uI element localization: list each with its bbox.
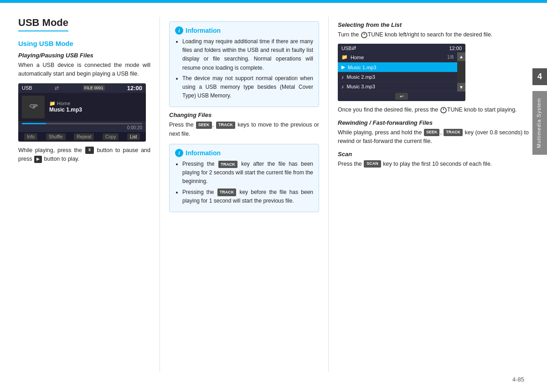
play-icon-1: ▶ [341,64,345,70]
info-box-1-item-1: Loading may require additional time if t… [182,37,313,72]
selecting-text: Turn the TUNE knob left/right to search … [338,31,529,39]
info-box-1: i Information Loading may require additi… [169,21,319,107]
right-column: Selecting from the List Turn the TUNE kn… [328,17,529,372]
usb-screen-mockup: USB ⇄ FILE 0001 12:00 🖙 📁 Home Music 1.m… [18,83,146,142]
list-usb-label: USB [341,46,352,51]
usb-track-info: 📁 Home Music 1.mp3 [49,96,82,118]
selecting-text-2: Once you find the desired file, press th… [338,106,529,114]
chapter-number: 4 [532,68,547,85]
track-btn-inline-2: TRACK [217,188,237,196]
list-item-3[interactable]: ♪ Music 3.mp3 [338,82,457,92]
playing-pausing-title: Playing/Pausing USB Files [18,52,150,59]
scan-text: Press the SCAN key to play the first 10 … [338,160,529,168]
pause-button-icon: ⏸ [85,147,94,154]
list-home-row: 📁 Home 1/8 [338,52,457,62]
list-item-3-name: Music 3.mp3 [347,84,454,89]
progress-line [22,123,142,124]
scroll-controls: ▲ ▼ [457,52,465,92]
note-icon-3: ♪ [341,84,344,89]
info-box-1-list: Loading may require additional time if t… [175,37,313,100]
list-item-2[interactable]: ♪ Music 2.mp3 [338,72,457,82]
list-footer: ↩ [338,92,465,101]
scan-title: Scan [338,151,529,158]
usb-label: USB [22,85,32,91]
selecting-title: Selecting from the List [338,21,529,28]
list-home-num: 1/8 [447,55,454,60]
track-btn-rewind: TRACK [444,129,463,136]
usb-list-screen: USB ⇄ 12:00 📁 Home 1/8 ▶ Music 1.mp3 [338,44,465,101]
changing-files-title: Changing Files [169,112,319,118]
middle-column: i Information Loading may require additi… [160,17,328,372]
seek-button: SEEK [196,122,212,129]
usb-progress-bar: 0:00:20 [18,121,146,132]
list-usb-icon: ⇄ [352,45,356,51]
list-header: USB ⇄ 12:00 [338,44,465,52]
changing-files-text: Press the SEEK, TRACK keys to move to th… [169,121,319,138]
list-item-2-name: Music 2.mp3 [347,74,454,80]
info-icon-1: i [175,26,183,35]
list-home-name: Home [351,55,444,60]
usb-thumbnail: 🖙 [22,96,45,118]
playing-pausing-text: When a USB device is connected the mode … [18,61,150,79]
note-icon-2: ♪ [341,74,344,80]
scan-button: SCAN [364,160,381,168]
info-icon-2: i [175,149,183,157]
pause-text-after: button to play. [44,156,80,162]
usb-ctrl-info[interactable]: Info [24,133,37,140]
tune-knob-icon [361,32,367,38]
pause-text-before: While playing, press the [18,147,82,153]
usb-screen-header: USB ⇄ FILE 0001 12:00 [18,83,146,93]
usb-drive-icon: 🖙 [28,101,38,113]
rewinding-title: Rewinding / Fast-forwarding Files [338,119,529,126]
info-box-2-item-1: Pressing the TRACK key after the file ha… [182,160,313,186]
chapter-tab-label: Multimedia System [532,91,547,155]
folder-icon: 📁 [49,101,56,106]
list-content-area: 📁 Home 1/8 ▶ Music 1.mp3 ♪ Music 2.mp3 ♪ [338,52,465,92]
usb-icon: ⇄ [55,85,59,91]
info-box-1-item-2: The device may not support normal operat… [182,74,313,101]
track-btn-inline-1: TRACK [218,161,237,168]
folder-icon: 📁 [341,54,348,60]
usb-ctrl-copy[interactable]: Copy [103,133,119,140]
list-item-1[interactable]: ▶ Music 1.mp3 [338,62,457,72]
info-box-2-title: i Information [175,149,313,157]
screen-time: 12:00 [127,85,142,92]
left-column: USB Mode Using USB Mode Playing/Pausing … [18,17,160,372]
usb-ctrl-list[interactable]: List [127,133,140,140]
usb-controls-bar: Info Shuffle Repeat Copy List [18,132,146,142]
list-back-button[interactable]: ↩ [395,93,408,100]
info-box-2-item-2: Pressing the TRACK key before the file h… [182,188,313,205]
list-items: 📁 Home 1/8 ▶ Music 1.mp3 ♪ Music 2.mp3 ♪ [338,52,457,92]
usb-ctrl-repeat[interactable]: Repeat [74,133,94,140]
usb-folder-label: 📁 Home [49,101,82,107]
list-time: 12:00 [449,46,462,51]
rewinding-text: While playing, press and hold the SEEK, … [338,128,529,146]
tune-knob-icon-2 [440,107,447,113]
main-title: USB Mode [18,17,68,31]
seek-btn-rewind: SEEK [424,129,440,136]
file-number-tag: FILE 0001 [83,85,105,91]
page-number: 4-85 [512,376,524,383]
top-divider-line [0,3,547,3]
progress-fill [22,123,46,124]
usb-ctrl-shuffle[interactable]: Shuffle [46,133,66,140]
scroll-up-btn[interactable]: ▲ [457,52,465,61]
scroll-down-btn[interactable]: ▼ [457,83,465,92]
usb-screen-content: 🖙 📁 Home Music 1.mp3 [18,93,146,121]
play-button-icon: ▶ [34,156,42,163]
pause-play-text: While playing, press the ⏸ button to pau… [18,146,150,164]
section-title: Using USB Mode [18,40,150,47]
track-button: TRACK [216,122,235,129]
list-item-1-name: Music 1.mp3 [348,65,454,70]
info-box-2: i Information Pressing the TRACK key aft… [169,144,319,212]
info-box-2-list: Pressing the TRACK key after the file ha… [175,160,313,205]
info-box-1-title: i Information [175,26,313,35]
progress-time: 0:00:20 [22,125,142,130]
usb-filename: Music 1.mp3 [49,107,82,113]
